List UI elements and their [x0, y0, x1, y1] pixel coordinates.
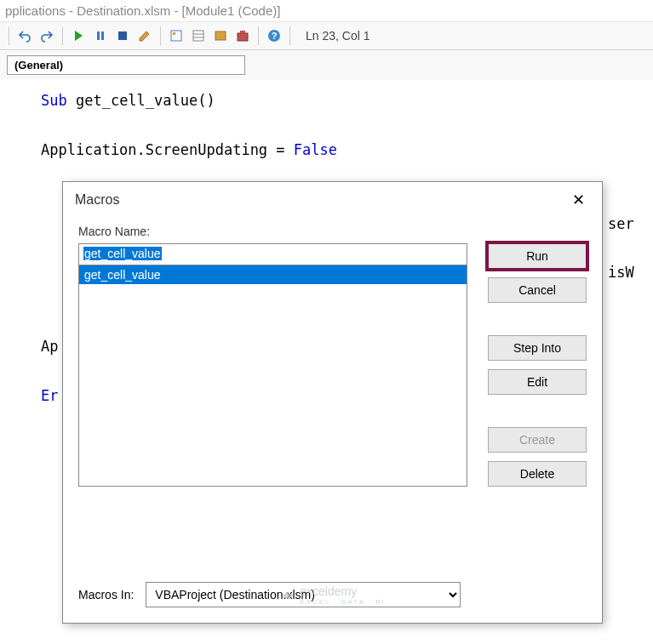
- code-text: isW: [608, 264, 634, 281]
- run-button[interactable]: Run: [488, 243, 587, 269]
- code-text: ser: [608, 215, 634, 232]
- watermark: exceldemy EXCEL · DATA · BI: [279, 584, 386, 606]
- properties-icon[interactable]: [188, 26, 209, 46]
- window-title: pplications - Destination.xlsm - [Module…: [0, 0, 653, 22]
- svg-rect-8: [215, 31, 226, 40]
- macro-name-label: Macro Name:: [78, 225, 587, 238]
- code-editor[interactable]: Sub get_cell_value() Application.ScreenU…: [0, 80, 653, 171]
- svg-rect-3: [171, 31, 181, 41]
- divider: [160, 26, 161, 45]
- macros-dialog: Macros ✕ Macro Name: get_cell_value get_…: [62, 181, 603, 624]
- svg-rect-2: [118, 31, 127, 40]
- object-browser-icon[interactable]: [210, 26, 231, 46]
- step-into-button[interactable]: Step Into: [488, 335, 587, 361]
- pause-icon[interactable]: [90, 26, 111, 46]
- code-keyword: Sub: [41, 92, 67, 109]
- divider: [62, 26, 63, 45]
- create-button: Create: [488, 427, 587, 453]
- design-mode-icon[interactable]: [135, 26, 155, 46]
- dialog-title: Macros: [75, 192, 119, 208]
- help-icon[interactable]: ?: [264, 26, 284, 46]
- run-icon[interactable]: [68, 26, 89, 46]
- close-icon[interactable]: ✕: [567, 191, 590, 209]
- cancel-button[interactable]: Cancel: [488, 277, 587, 303]
- divider: [289, 26, 290, 45]
- stop-icon[interactable]: [112, 26, 133, 46]
- object-dropdown-bar: (General): [0, 50, 653, 80]
- divider: [9, 26, 9, 45]
- delete-button[interactable]: Delete: [488, 461, 587, 487]
- divider: [258, 26, 259, 45]
- macro-name-input[interactable]: get_cell_value: [78, 243, 467, 265]
- macro-list[interactable]: get_cell_value: [78, 265, 467, 487]
- edit-button[interactable]: Edit: [488, 369, 587, 395]
- macro-list-item[interactable]: get_cell_value: [79, 265, 467, 284]
- svg-rect-0: [97, 31, 100, 40]
- undo-icon[interactable]: [14, 26, 35, 46]
- project-explorer-icon[interactable]: [166, 26, 186, 46]
- dialog-titlebar: Macros ✕: [63, 182, 602, 216]
- code-keyword: False: [294, 141, 337, 158]
- macros-in-label: Macros In:: [78, 588, 134, 601]
- toolbox-icon[interactable]: [232, 26, 253, 46]
- code-text: Ap: [41, 338, 58, 355]
- redo-icon[interactable]: [37, 26, 57, 46]
- svg-rect-1: [101, 31, 104, 40]
- object-dropdown[interactable]: (General): [7, 55, 245, 75]
- code-text: Application.ScreenUpdating =: [41, 141, 294, 158]
- svg-rect-4: [173, 32, 175, 35]
- svg-text:?: ?: [272, 31, 278, 41]
- svg-rect-5: [193, 31, 203, 41]
- svg-rect-10: [240, 31, 245, 33]
- code-keyword: Er: [41, 387, 58, 404]
- cursor-position: Ln 23, Col 1: [306, 29, 370, 43]
- code-text: get_cell_value(): [67, 92, 215, 109]
- toolbar: ? Ln 23, Col 1: [0, 22, 653, 50]
- svg-rect-9: [238, 33, 248, 41]
